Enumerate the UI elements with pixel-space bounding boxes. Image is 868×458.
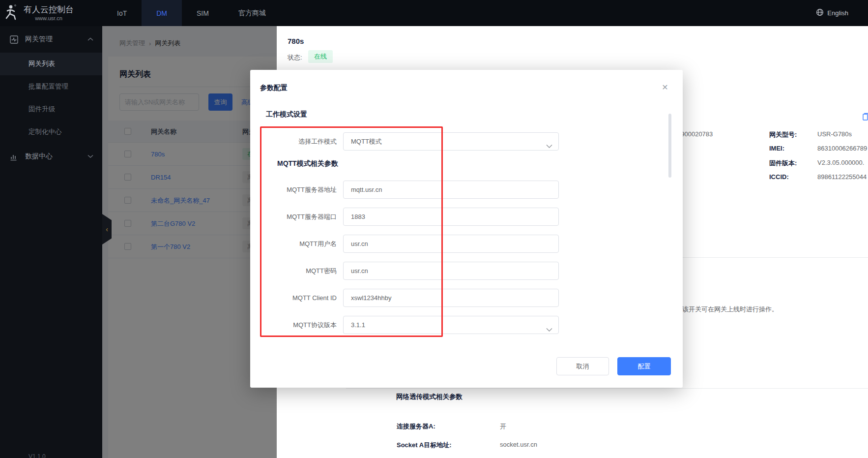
mqtt-username-value: usr.cn — [351, 240, 368, 247]
work-mode-value: MQTT模式 — [351, 138, 382, 145]
sidebar: 网关管理 网关列表 批量配置管理 固件升级 定制化中心 数据中心 V1.1.0 — [0, 26, 102, 458]
dialog-title: 参数配置 — [260, 84, 288, 92]
passthrough-section-title: 网络透传模式相关参数 — [396, 393, 463, 401]
tab-dm[interactable]: DM — [142, 0, 182, 26]
mqtt-protocol-version-select[interactable]: 3.1.1 — [343, 316, 559, 334]
mqtt-username-input[interactable]: usr.cn — [343, 235, 559, 253]
tab-sim[interactable]: SIM — [182, 0, 224, 26]
info-value-firmware: V2.3.05.000000. — [817, 159, 864, 166]
field-label-mqtt-port: MQTT服务器端口 — [250, 208, 337, 226]
info-label-firmware: 固件版本: — [769, 159, 797, 168]
version-label: V1.1.0 — [29, 453, 46, 458]
parameter-config-dialog: 参数配置 ✕ 工作模式设置 选择工作模式 MQTT模式 MQTT模式相关参数 M… — [250, 70, 683, 388]
work-mode-section-title: 工作模式设置 — [266, 110, 307, 119]
switch-hint-text: ，该开关可在网关上线时进行操作。 — [676, 305, 778, 314]
app-subtitle: www.usr.cn — [24, 15, 74, 21]
online-status-badge: 在线 — [308, 50, 333, 63]
top-navbar: 有人云控制台 www.usr.cn IoT DM SIM 官方商城 Englis… — [0, 0, 868, 26]
sidebar-item-customization-center[interactable]: 定制化中心 — [0, 121, 102, 143]
sidebar-group-data-center[interactable]: 数据中心 — [0, 143, 102, 170]
field-label-mqtt-client-id: MQTT Client ID — [250, 289, 337, 307]
sidebar-group-gateway-management[interactable]: 网关管理 — [0, 26, 102, 53]
sidebar-group-label: 数据中心 — [25, 152, 53, 161]
param-value-socket-a: socket.usr.cn — [500, 441, 537, 448]
work-mode-select[interactable]: MQTT模式 — [343, 132, 559, 151]
field-label-work-mode: 选择工作模式 — [250, 132, 337, 151]
language-label: English — [827, 9, 848, 17]
gateway-icon — [10, 35, 18, 44]
gateway-name-title: 780s — [288, 37, 304, 45]
close-icon[interactable]: ✕ — [660, 83, 670, 92]
field-label-mqtt-password: MQTT密码 — [250, 262, 337, 280]
confirm-button[interactable]: 配置 — [617, 357, 671, 375]
param-label-socket-a: Socket A目标地址: — [397, 441, 451, 450]
chevron-down-icon — [546, 138, 552, 155]
nav-tabs: IoT DM SIM 官方商城 — [102, 0, 281, 26]
globe-icon — [816, 8, 824, 18]
app-root: 有人云控制台 www.usr.cn IoT DM SIM 官方商城 Englis… — [0, 0, 868, 458]
section-divider — [346, 388, 868, 389]
mqtt-client-id-value: xswl1234hhby — [351, 294, 391, 302]
mqtt-server-input[interactable]: mqtt.usr.cn — [343, 181, 559, 199]
field-label-mqtt-username: MQTT用户名 — [250, 235, 337, 253]
usr-person-logo-icon — [4, 4, 19, 22]
chevron-down-icon — [87, 154, 93, 158]
field-label-mqtt-protocol-version: MQTT协议版本 — [250, 316, 337, 334]
info-value-model: USR-G780s — [817, 130, 852, 138]
copy-icon[interactable] — [863, 113, 868, 122]
tab-iot[interactable]: IoT — [102, 0, 142, 26]
sidebar-item-batch-config[interactable]: 批量配置管理 — [0, 75, 102, 98]
chevron-up-icon — [87, 37, 93, 41]
tab-official-store[interactable]: 官方商城 — [224, 0, 281, 26]
mqtt-password-input[interactable]: usr.cn — [343, 262, 559, 280]
language-switcher[interactable]: English — [816, 0, 868, 26]
info-value-imei: 86310006266789 — [817, 145, 867, 152]
app-title: 有人云控制台 — [24, 5, 74, 14]
status-label: 状态: — [288, 53, 302, 62]
sidebar-item-firmware-upgrade[interactable]: 固件升级 — [0, 98, 102, 121]
param-label-server-a: 连接服务器A: — [397, 422, 435, 431]
logo[interactable]: 有人云控制台 www.usr.cn — [0, 0, 102, 26]
info-value-iccid: 89861122255044 — [817, 173, 867, 181]
param-value-server-a: 开 — [500, 422, 506, 431]
mqtt-port-value: 1883 — [351, 213, 365, 220]
sidebar-group-label: 网关管理 — [25, 35, 53, 44]
mqtt-password-value: usr.cn — [351, 267, 368, 275]
bar-chart-icon — [10, 153, 18, 161]
mqtt-server-value: mqtt.usr.cn — [351, 186, 382, 193]
info-label-iccid: ICCID: — [769, 173, 789, 181]
field-label-mqtt-server: MQTT服务器地址 — [250, 181, 337, 199]
mqtt-client-id-input[interactable]: xswl1234hhby — [343, 289, 559, 307]
sidebar-item-gateway-list[interactable]: 网关列表 — [0, 53, 102, 75]
dialog-scrollbar[interactable] — [668, 114, 671, 178]
chevron-down-icon — [546, 321, 552, 338]
cancel-button[interactable]: 取消 — [556, 357, 609, 375]
mqtt-port-input[interactable]: 1883 — [343, 208, 559, 226]
mqtt-params-section-title: MQTT模式相关参数 — [277, 159, 338, 168]
info-label-imei: IMEI: — [769, 145, 784, 152]
mqtt-protocol-version-value: 3.1.1 — [351, 321, 365, 329]
info-label-model: 网关型号: — [769, 130, 797, 139]
